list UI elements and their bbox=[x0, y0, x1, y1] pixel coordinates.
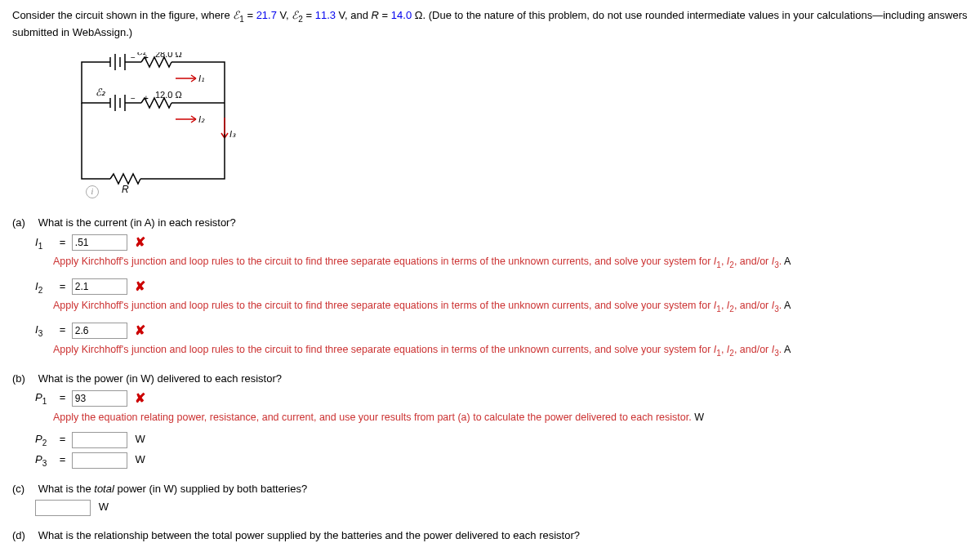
circuit-e2-label: ℰ₂ bbox=[96, 87, 106, 98]
p3-input[interactable] bbox=[72, 452, 127, 469]
part-a-question: What is the current (in A) in each resis… bbox=[38, 216, 236, 229]
circuit-i1-label: I₁ bbox=[198, 73, 204, 83]
incorrect-icon: ✘ bbox=[135, 323, 145, 337]
part-d-question: What is the relationship between the tot… bbox=[38, 529, 580, 541]
part-d: (d) What is the relationship between the… bbox=[12, 528, 968, 543]
i3-feedback: Apply Kirchhoff's junction and loop rule… bbox=[53, 343, 968, 359]
svg-text:+: + bbox=[144, 53, 149, 62]
i3-input[interactable] bbox=[72, 323, 127, 339]
part-c-question: What is the total power (in W) supplied … bbox=[38, 483, 308, 495]
circuit-i3-label: I₃ bbox=[229, 129, 236, 139]
incorrect-icon: ✘ bbox=[135, 391, 145, 405]
circuit-i2-label: I₂ bbox=[198, 114, 205, 124]
part-d-label: (d) bbox=[12, 528, 35, 543]
svg-text:−: − bbox=[131, 53, 136, 62]
circuit-r-label: R bbox=[122, 184, 129, 195]
part-b: (b) What is the power (in W) delivered t… bbox=[12, 372, 968, 470]
circuit-r1-label: 28.0 Ω bbox=[155, 52, 182, 59]
part-b-question: What is the power (in W) delivered to ea… bbox=[38, 372, 282, 385]
part-c-label: (c) bbox=[12, 482, 35, 496]
circuit-r2-label: 12.0 Ω bbox=[155, 90, 182, 100]
circuit-diagram: ℰ₁ − + 28.0 Ω I₁ ℰ₂ − + 12.0 Ω I₂ I₃ R i bbox=[61, 52, 241, 199]
p1-feedback: Apply the equation relating power, resis… bbox=[53, 411, 968, 425]
part-b-label: (b) bbox=[12, 372, 35, 386]
incorrect-icon: ✘ bbox=[135, 235, 145, 249]
svg-text:−: − bbox=[131, 94, 136, 103]
incorrect-icon: ✘ bbox=[135, 279, 145, 293]
i2-input[interactable] bbox=[72, 278, 127, 295]
info-icon[interactable]: i bbox=[86, 185, 99, 198]
i1-input[interactable] bbox=[72, 234, 127, 251]
p1-input[interactable] bbox=[72, 390, 127, 407]
p2-input[interactable] bbox=[72, 432, 127, 448]
svg-text:+: + bbox=[144, 94, 149, 103]
i1-feedback: Apply Kirchhoff's junction and loop rule… bbox=[53, 255, 968, 271]
part-a-label: (a) bbox=[12, 216, 35, 230]
part-c: (c) What is the total power (in W) suppl… bbox=[12, 482, 968, 516]
i2-feedback: Apply Kirchhoff's junction and loop rule… bbox=[53, 299, 968, 315]
total-power-input[interactable] bbox=[35, 500, 91, 516]
part-a: (a) What is the current (in A) in each r… bbox=[12, 216, 968, 359]
problem-statement: Consider the circuit shown in the figure… bbox=[12, 8, 968, 40]
